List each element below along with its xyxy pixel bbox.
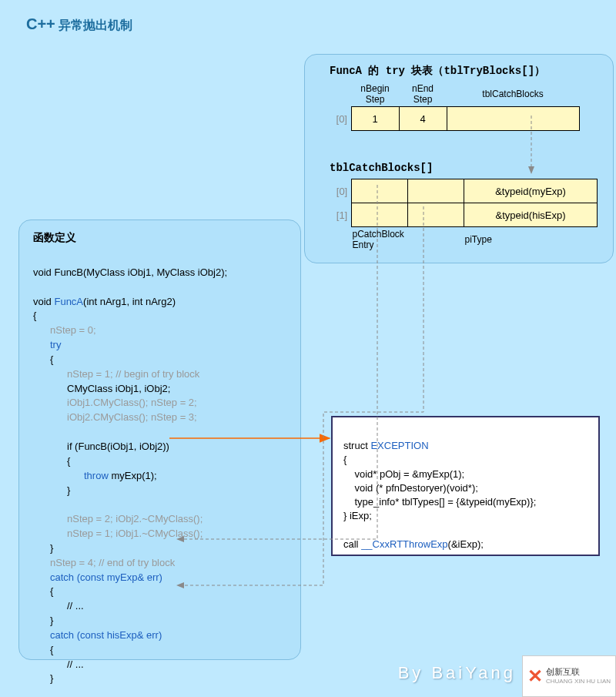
- catch-table-title: tblCatchBlocks[]: [330, 162, 605, 174]
- table-row: [0] 1 4: [333, 107, 579, 131]
- logo-icon: ✕: [527, 665, 543, 687]
- logo: ✕ 创新互联CHUANG XIN HU LIAN: [522, 655, 616, 697]
- exception-code: struct EXCEPTION { void* pObj = &myExp(1…: [343, 425, 598, 565]
- function-def-panel: 函数定义 void FuncB(MyClass iObj1, MyClass i…: [18, 219, 301, 660]
- exception-struct-panel: struct EXCEPTION { void* pObj = &myExp(1…: [331, 416, 600, 556]
- code-block: void FuncB(MyClass iObj1, MyClass iObj2)…: [33, 251, 300, 697]
- try-table-title: FuncA 的 try 块表（tblTryBlocks[]）: [330, 64, 605, 78]
- try-table-panel: FuncA 的 try 块表（tblTryBlocks[]） nBegin St…: [304, 54, 614, 263]
- table-row: [1] &typeid(hisExp): [333, 203, 598, 227]
- author-credit: By BaiYang: [398, 663, 516, 683]
- func-def-title: 函数定义: [33, 231, 300, 245]
- table-row: [0] &typeid(myExp): [333, 179, 598, 203]
- page-title: C++ 异常抛出机制: [26, 15, 132, 34]
- try-blocks-table: nBegin Step nEnd Step tblCatchBlocks [0]…: [333, 82, 580, 131]
- catch-blocks-table: [0] &typeid(myExp) [1] &typeid(hisExp) p…: [333, 179, 598, 251]
